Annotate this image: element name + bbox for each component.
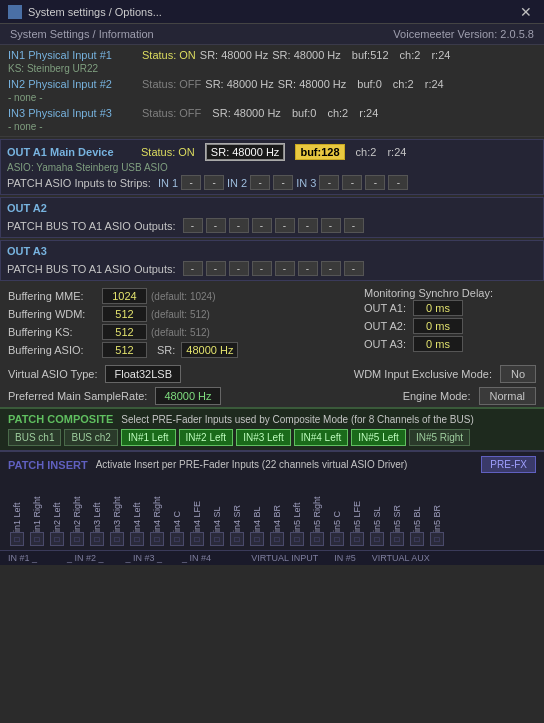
channel-in4-sr: in4 SR □ bbox=[228, 477, 246, 546]
patch-a2-btn6[interactable]: - bbox=[298, 218, 318, 233]
samplerate-row: Preferred Main SampleRate: 48000 Hz Engi… bbox=[0, 385, 544, 407]
channel-in1-right: in1 Right □ bbox=[28, 477, 46, 546]
patch-a2-btn4[interactable]: - bbox=[252, 218, 272, 233]
outa1-ch: ch:2 bbox=[356, 146, 377, 158]
comp-btn-4[interactable]: IN#3 Left bbox=[236, 429, 291, 446]
patch-a3-btn6[interactable]: - bbox=[298, 261, 318, 276]
comp-btn-1[interactable]: BUS ch2 bbox=[64, 429, 117, 446]
patch-a2-btn1[interactable]: - bbox=[183, 218, 203, 233]
in1-buf: buf:512 bbox=[352, 49, 389, 61]
patch-in1-btn1[interactable]: - bbox=[181, 175, 201, 190]
version-label: Voicemeeter Version: 2.0.5.8 bbox=[393, 28, 534, 40]
outa1-name: OUT A1 Main Device bbox=[7, 146, 137, 158]
in3-buf: buf:0 bbox=[292, 107, 316, 119]
channel-in1-left: in1 Left □ bbox=[8, 477, 26, 546]
in1-patch-label: IN 1 bbox=[158, 177, 178, 189]
comp-btn-6[interactable]: IN#5 Left bbox=[351, 429, 406, 446]
channel-in4-c: in4 C □ bbox=[168, 477, 186, 546]
toggle-in4-sr[interactable]: □ bbox=[230, 532, 244, 546]
title-text: System settings / Options... bbox=[28, 6, 162, 18]
out-a3-section: OUT A3 PATCH BUS TO A1 ASIO Outputs: - -… bbox=[0, 240, 544, 281]
buf-asio-value: 512 bbox=[102, 342, 147, 358]
buf-sr-label: SR: bbox=[157, 344, 175, 356]
close-button[interactable]: ✕ bbox=[516, 5, 536, 19]
bot-label-in5: IN #5 bbox=[334, 553, 356, 563]
channel-in5-sr: in5 SR □ bbox=[388, 477, 406, 546]
toggle-in4-left[interactable]: □ bbox=[130, 532, 144, 546]
toggle-in3-right[interactable]: □ bbox=[110, 532, 124, 546]
in1-sr: SR: 48000 Hz bbox=[200, 49, 268, 61]
in1-name: IN1 Physical Input #1 bbox=[8, 49, 138, 61]
patch-a3-btn7[interactable]: - bbox=[321, 261, 341, 276]
buf-mme-value: 1024 bbox=[102, 288, 147, 304]
samplerate-value[interactable]: 48000 Hz bbox=[155, 387, 220, 405]
patch-in2-btn2[interactable]: - bbox=[273, 175, 293, 190]
virtual-asio-value[interactable]: Float32LSB bbox=[105, 365, 180, 383]
comp-btn-0[interactable]: BUS ch1 bbox=[8, 429, 61, 446]
toggle-in4-lfe[interactable]: □ bbox=[190, 532, 204, 546]
toggle-in4-br[interactable]: □ bbox=[270, 532, 284, 546]
toggle-in1-left[interactable]: □ bbox=[10, 532, 24, 546]
patch-insert-section: PATCH INSERT Activate Insert per PRE-Fad… bbox=[0, 450, 544, 550]
toggle-in3-left[interactable]: □ bbox=[90, 532, 104, 546]
patch-a2-btn7[interactable]: - bbox=[321, 218, 341, 233]
toggle-in4-bl[interactable]: □ bbox=[250, 532, 264, 546]
patch-a3-btn1[interactable]: - bbox=[183, 261, 203, 276]
toggle-in5-c[interactable]: □ bbox=[330, 532, 344, 546]
patch-in2-btn1[interactable]: - bbox=[250, 175, 270, 190]
patch-in3-btn1[interactable]: - bbox=[319, 175, 339, 190]
outa1-r: r:24 bbox=[387, 146, 406, 158]
mon-a2-value: 0 ms bbox=[413, 318, 463, 334]
patch-in3-btn2[interactable]: - bbox=[342, 175, 362, 190]
toggle-in1-right[interactable]: □ bbox=[30, 532, 44, 546]
patch-a3-btn5[interactable]: - bbox=[275, 261, 295, 276]
monitoring-title: Monitoring Synchro Delay: bbox=[364, 287, 536, 299]
toggle-in5-sr[interactable]: □ bbox=[390, 532, 404, 546]
toggle-in2-left[interactable]: □ bbox=[50, 532, 64, 546]
patch-a2-btn2[interactable]: - bbox=[206, 218, 226, 233]
in2-name: IN2 Physical Input #2 bbox=[8, 78, 138, 90]
channel-in4-br: in4 BR □ bbox=[268, 477, 286, 546]
patch-in3-btn3[interactable]: - bbox=[365, 175, 385, 190]
toggle-in5-left[interactable]: □ bbox=[290, 532, 304, 546]
comp-btn-3[interactable]: IN#2 Left bbox=[179, 429, 234, 446]
toggle-in5-bl[interactable]: □ bbox=[410, 532, 424, 546]
patch-bus-a2-row: PATCH BUS TO A1 ASIO Outputs: - - - - - … bbox=[7, 216, 537, 235]
comp-btn-2[interactable]: IN#1 Left bbox=[121, 429, 176, 446]
patch-insert-desc: Activate Insert per PRE-Fader Inputs (22… bbox=[96, 459, 474, 470]
patch-a2-btn8[interactable]: - bbox=[344, 218, 364, 233]
patch-a2-btn3[interactable]: - bbox=[229, 218, 249, 233]
toggle-in4-right[interactable]: □ bbox=[150, 532, 164, 546]
patch-in3-btn4[interactable]: - bbox=[388, 175, 408, 190]
toggle-in5-sl[interactable]: □ bbox=[370, 532, 384, 546]
bot-label-in4: _ IN #4 bbox=[182, 553, 211, 563]
toggle-in2-right[interactable]: □ bbox=[70, 532, 84, 546]
inputs-section: IN1 Physical Input #1 Status: ON SR: 480… bbox=[0, 45, 544, 137]
patch-in1-btn2[interactable]: - bbox=[204, 175, 224, 190]
comp-btn-5[interactable]: IN#4 Left bbox=[294, 429, 349, 446]
buf-mon-section: Buffering MME: 1024 (default: 1024) Buff… bbox=[0, 283, 544, 363]
wdm-mode-label: WDM Input Exclusive Mode: bbox=[354, 368, 492, 380]
toggle-in4-sl[interactable]: □ bbox=[210, 532, 224, 546]
input-row-1: IN1 Physical Input #1 Status: ON SR: 480… bbox=[8, 47, 536, 76]
toggle-in4-c[interactable]: □ bbox=[170, 532, 184, 546]
patch-a3-btn4[interactable]: - bbox=[252, 261, 272, 276]
channel-in4-right: in4 Right □ bbox=[148, 477, 166, 546]
composite-buttons: BUS ch1 BUS ch2 IN#1 Left IN#2 Left IN#3… bbox=[8, 429, 536, 446]
wdm-mode-value[interactable]: No bbox=[500, 365, 536, 383]
comp-btn-7[interactable]: IN#5 Right bbox=[409, 429, 470, 446]
patch-a2-btn5[interactable]: - bbox=[275, 218, 295, 233]
patch-a3-btn2[interactable]: - bbox=[206, 261, 226, 276]
in1-sub: KS: Steinberg UR22 bbox=[8, 63, 536, 76]
patch-a3-btn3[interactable]: - bbox=[229, 261, 249, 276]
in1-r: r:24 bbox=[431, 49, 450, 61]
toggle-in5-right[interactable]: □ bbox=[310, 532, 324, 546]
toggle-in5-lfe[interactable]: □ bbox=[350, 532, 364, 546]
engine-mode-value[interactable]: Normal bbox=[479, 387, 536, 405]
toggle-in5-br[interactable]: □ bbox=[430, 532, 444, 546]
pre-fx-button[interactable]: PRE-FX bbox=[481, 456, 536, 473]
out-a1-section: OUT A1 Main Device Status: ON SR: 48000 … bbox=[0, 139, 544, 195]
buf-wdm-default: (default: 512) bbox=[151, 309, 210, 320]
patch-a3-btn8[interactable]: - bbox=[344, 261, 364, 276]
in3-ch: ch:2 bbox=[327, 107, 348, 119]
